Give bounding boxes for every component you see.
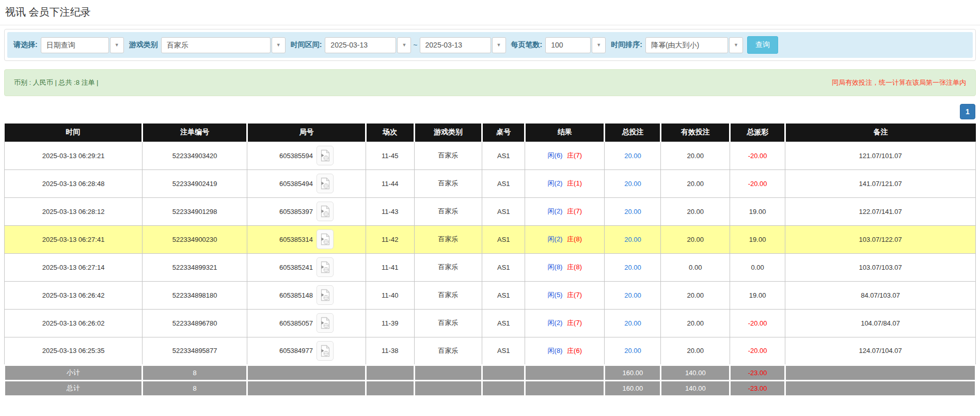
game-cell: 百家乐: [414, 225, 482, 253]
banker-result: 庄(8): [567, 263, 582, 271]
session-cell: 11-43: [366, 197, 414, 225]
range-separator: ~: [413, 41, 417, 49]
bet-id-cell: 522334896780: [143, 309, 247, 337]
video-replay-button[interactable]: [317, 257, 334, 277]
round-cell: 605385594: [247, 142, 366, 170]
payout-cell: 19.00: [730, 225, 785, 253]
valid-bet-cell: 20.00: [661, 281, 730, 309]
table-no-cell: AS1: [482, 309, 525, 337]
game-category-select[interactable]: 百家乐 ▼: [161, 37, 286, 53]
chevron-down-icon[interactable]: ▼: [272, 37, 286, 53]
video-replay-button[interactable]: [317, 229, 334, 249]
valid-bet-cell: 20.00: [661, 170, 730, 197]
col-session: 场次: [366, 124, 414, 142]
time-range-label: 时间区间:: [291, 40, 322, 50]
chevron-down-icon[interactable]: ▼: [110, 37, 124, 53]
sort-order-value[interactable]: 降幂(由大到小): [645, 37, 728, 53]
game-cell: 百家乐: [414, 309, 482, 337]
bet-id-cell: 522334903420: [143, 142, 247, 170]
total-bet-cell: 20.00: [605, 142, 661, 170]
video-replay-button[interactable]: [317, 146, 334, 165]
chevron-down-icon[interactable]: ▼: [592, 37, 606, 53]
session-cell: 11-39: [366, 309, 414, 337]
video-replay-button[interactable]: [317, 341, 334, 361]
banker-result: 庄(7): [567, 319, 582, 327]
banker-result: 庄(7): [567, 207, 582, 215]
table-row: 2025-03-13 06:27:41 522334900230 6053853…: [5, 225, 976, 253]
table-row: 2025-03-13 06:26:42 522334898180 6053851…: [5, 281, 976, 309]
player-result: 闲(2): [548, 319, 563, 327]
player-result: 闲(2): [548, 207, 563, 215]
video-replay-button[interactable]: [317, 313, 334, 333]
table-header: 时间 注单编号 局号 场次 游戏类别 桌号 结果 总投注 有效投注 总派彩 备注: [5, 124, 976, 142]
date-from-value[interactable]: 2025-03-13: [325, 37, 396, 53]
page-header: 视讯 会员下注纪录: [0, 0, 980, 25]
query-type-value[interactable]: 日期查询: [41, 37, 109, 53]
date-to-value[interactable]: 2025-03-13: [420, 37, 491, 53]
payout-cell: -20.00: [730, 309, 785, 337]
subtotal-payout: -23.00: [730, 365, 785, 380]
subtotal-total-bet: 160.00: [605, 365, 661, 380]
chevron-down-icon[interactable]: ▼: [729, 37, 743, 53]
bet-records-table: 时间 注单编号 局号 场次 游戏类别 桌号 结果 总投注 有效投注 总派彩 备注…: [4, 124, 976, 397]
remark-cell: 103.07/122.07: [785, 225, 976, 253]
col-result: 结果: [525, 124, 605, 142]
round-cell: 605385314: [247, 225, 366, 253]
banker-result: 庄(7): [567, 151, 582, 159]
bet-id-cell: 522334899321: [143, 253, 247, 281]
video-file-icon: [320, 205, 330, 218]
player-result: 闲(8): [548, 347, 563, 355]
video-file-icon: [320, 233, 330, 245]
total-label: 总计: [5, 380, 143, 396]
payout-cell: -20.00: [730, 142, 785, 170]
settlement-note: 同局有效投注，统一计算在该局第一张注单内: [832, 78, 966, 87]
session-cell: 11-45: [366, 142, 414, 170]
round-number: 605385594: [279, 152, 313, 160]
query-type-select[interactable]: 日期查询 ▼: [41, 37, 124, 53]
round-number: 605385241: [279, 264, 313, 271]
table-row: 2025-03-13 06:28:48 522334902419 6053854…: [5, 170, 976, 197]
col-table-no: 桌号: [482, 124, 525, 142]
remark-cell: 121.07/101.07: [785, 142, 976, 170]
col-payout: 总派彩: [730, 124, 785, 142]
video-replay-button[interactable]: [317, 202, 334, 221]
valid-bet-cell: 0.00: [661, 253, 730, 281]
round-cell: 605384977: [247, 337, 366, 365]
chevron-down-icon[interactable]: ▼: [492, 37, 506, 53]
date-to-select[interactable]: 2025-03-13 ▼: [420, 37, 506, 53]
remark-cell: 104.07/84.07: [785, 309, 976, 337]
page-size-select[interactable]: 100 ▼: [545, 37, 606, 53]
chevron-down-icon[interactable]: ▼: [397, 37, 411, 53]
video-file-icon: [320, 289, 330, 301]
table-no-cell: AS1: [482, 225, 525, 253]
round-cell: 605385494: [247, 170, 366, 197]
total-payout: -23.00: [730, 380, 785, 396]
payout-cell: 19.00: [730, 197, 785, 225]
player-result: 闲(5): [548, 291, 563, 299]
round-number: 605385148: [279, 291, 313, 299]
player-result: 闲(2): [548, 235, 563, 243]
page-size-value[interactable]: 100: [545, 37, 591, 53]
video-file-icon: [320, 317, 330, 329]
date-from-select[interactable]: 2025-03-13 ▼: [325, 37, 411, 53]
total-bet-cell: 20.00: [605, 253, 661, 281]
round-number: 605384977: [279, 347, 313, 355]
time-cell: 2025-03-13 06:27:14: [5, 253, 143, 281]
video-replay-button[interactable]: [317, 285, 334, 305]
valid-bet-cell: 20.00: [661, 309, 730, 337]
total-bet-cell: 20.00: [605, 170, 661, 197]
game-cell: 百家乐: [414, 253, 482, 281]
result-cell: 闲(2) 庄(8): [525, 225, 605, 253]
search-button[interactable]: 查询: [747, 36, 778, 54]
sort-order-select[interactable]: 降幂(由大到小) ▼: [645, 37, 743, 53]
round-cell: 605385397: [247, 197, 366, 225]
total-bet-cell: 20.00: [605, 225, 661, 253]
time-cell: 2025-03-13 06:26:42: [5, 281, 143, 309]
game-cell: 百家乐: [414, 281, 482, 309]
bet-id-cell: 522334898180: [143, 281, 247, 309]
video-replay-button[interactable]: [317, 174, 334, 193]
game-category-value[interactable]: 百家乐: [161, 37, 271, 53]
player-result: 闲(2): [548, 179, 563, 187]
page-button-1[interactable]: 1: [960, 104, 975, 119]
result-cell: 闲(6) 庄(7): [525, 142, 605, 170]
